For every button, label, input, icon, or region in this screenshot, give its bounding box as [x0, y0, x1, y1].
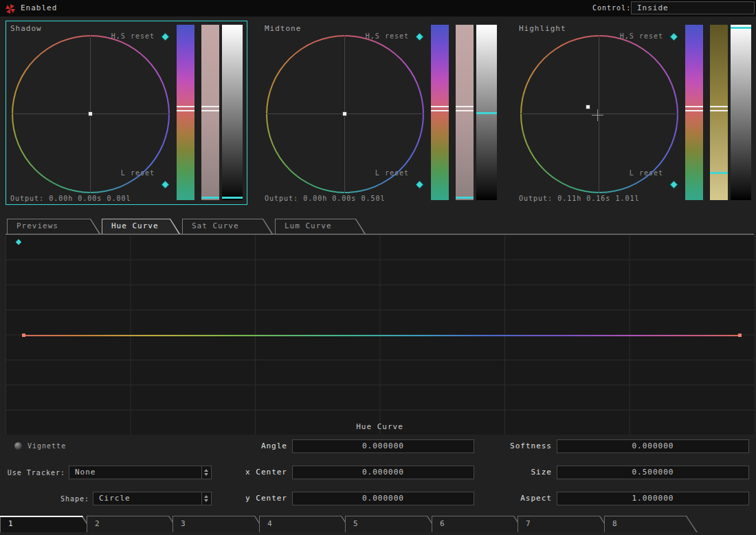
curve-caption: Hue Curve	[5, 422, 754, 431]
hue-bar-marker	[431, 110, 449, 111]
highlight-hs-reset-label: H,S reset	[620, 32, 663, 40]
highlight-l-reset-button[interactable]	[671, 182, 678, 188]
tab-face	[1, 517, 92, 532]
vignette-checkbox[interactable]	[14, 442, 22, 450]
shape-dropdown[interactable]: Circle	[93, 492, 212, 505]
midtone-hs-reset-label: H,S reset	[366, 32, 409, 40]
highlight-hs-reset-button[interactable]	[671, 34, 678, 41]
tab-label: 8	[612, 519, 618, 528]
curve-reset-diamond[interactable]	[16, 239, 21, 245]
tab-face	[432, 516, 524, 532]
tab-label: 7	[526, 519, 531, 528]
highlight-title: Highlight	[519, 24, 566, 33]
softness-label: Softness	[483, 441, 552, 450]
tab-lum-curve[interactable]: Lum Curve	[275, 219, 366, 234]
tab-previews[interactable]: Previews	[7, 219, 100, 234]
curve-handle-right[interactable]	[738, 334, 742, 337]
midtone-wheel-panel[interactable]: Midtone H,S reset L reset Output: 0.00h …	[260, 21, 502, 205]
highlight-hue-bar[interactable]	[685, 25, 703, 200]
page-tab-1[interactable]: 1	[0, 516, 93, 532]
angle-field[interactable]: 0.000000	[292, 439, 474, 453]
highlight-lum-bar[interactable]	[731, 25, 751, 200]
vignette-label: Vignette	[27, 442, 66, 450]
x-center-field[interactable]: 0.000000	[292, 466, 474, 479]
control-label: Control:	[592, 4, 631, 12]
shadow-output-readout: Output: 0.00h 0.00s 0.00l	[10, 195, 131, 202]
use-tracker-label: Use Tracker:	[0, 469, 65, 477]
tab-face	[605, 516, 696, 532]
page-tab-2[interactable]: 2	[87, 516, 180, 532]
tab-label: 2	[95, 519, 100, 528]
shadow-title: Shadow	[10, 24, 42, 33]
shadow-wheel-panel[interactable]: Shadow H,S reset L reset Output: 0.00h 0…	[5, 21, 247, 205]
hue-bar-marker	[685, 106, 703, 107]
page-tab-6[interactable]: 6	[432, 516, 525, 532]
tab-sat-curve[interactable]: Sat Curve	[182, 219, 273, 234]
sat-value-marker	[456, 197, 474, 199]
highlight-output-readout: Output: 0.11h 0.16s 1.01l	[519, 195, 640, 202]
shadow-l-reset-button[interactable]	[162, 182, 169, 188]
midtone-l-reset-label: L reset	[375, 169, 409, 177]
sat-bar-marker	[456, 106, 474, 107]
shape-label: Shape:	[0, 495, 89, 503]
sat-value-marker	[201, 197, 219, 199]
softness-field[interactable]: 0.000000	[557, 439, 749, 453]
midtone-title: Midtone	[265, 24, 301, 33]
enabled-checkbox-icon[interactable]	[5, 3, 15, 13]
size-field[interactable]: 0.500000	[557, 466, 749, 479]
aspect-field[interactable]: 1.000000	[557, 492, 749, 505]
page-tab-4[interactable]: 4	[259, 516, 353, 532]
tab-face	[173, 516, 265, 532]
hue-curve-editor[interactable]: Hue Curve	[5, 234, 754, 435]
tab-face	[518, 516, 610, 532]
shadow-sat-bar[interactable]	[201, 25, 219, 200]
lum-value-marker	[731, 27, 751, 29]
tab-label: Hue Curve	[111, 221, 159, 230]
highlight-wheel-panel[interactable]: Highlight H,S reset L reset Output: 0.11…	[514, 21, 756, 205]
midtone-hs-handle[interactable]	[343, 112, 346, 116]
sat-bar-marker	[710, 110, 728, 111]
shadow-hue-bar[interactable]	[177, 25, 194, 200]
use-tracker-dropdown[interactable]: None	[69, 466, 212, 479]
page-tab-8[interactable]: 8	[604, 516, 698, 532]
tab-label: Previews	[16, 221, 58, 230]
midtone-hue-bar[interactable]	[431, 25, 449, 200]
control-dropdown[interactable]: Inside	[631, 1, 755, 14]
tab-label: Sat Curve	[192, 221, 239, 230]
spinner-arrows-icon[interactable]	[201, 492, 211, 505]
shadow-l-reset-label: L reset	[121, 169, 155, 177]
tab-label: 1	[8, 519, 14, 528]
hue-bar-marker	[177, 110, 194, 111]
midtone-lum-bar[interactable]	[476, 25, 497, 200]
spinner-arrows-icon[interactable]	[201, 466, 211, 479]
sat-bar-marker	[710, 106, 728, 107]
highlight-hs-handle[interactable]	[586, 105, 590, 109]
sat-bar-marker	[201, 106, 219, 107]
midtone-l-reset-button[interactable]	[416, 182, 423, 188]
page-tab-5[interactable]: 5	[345, 516, 438, 532]
size-label: Size	[483, 468, 552, 477]
page-tab-7[interactable]: 7	[518, 516, 611, 532]
tab-label: 4	[267, 519, 273, 528]
midtone-hs-reset-button[interactable]	[416, 34, 423, 41]
page-tab-3[interactable]: 3	[173, 516, 266, 532]
curve-handle-left[interactable]	[22, 334, 25, 337]
lum-value-marker	[222, 197, 243, 199]
crosshair-v	[599, 35, 599, 193]
tab-hue-curve[interactable]: Hue Curve	[102, 219, 180, 234]
mouse-crosshair-cursor	[597, 109, 598, 121]
highlight-sat-bar[interactable]	[710, 25, 728, 200]
highlight-l-reset-label: L reset	[630, 169, 663, 177]
top-bar: Enabled Control: Inside	[0, 0, 756, 17]
y-center-field[interactable]: 0.000000	[292, 492, 474, 505]
tab-label: 6	[440, 519, 445, 528]
tab-face	[260, 516, 351, 532]
shadow-hs-handle[interactable]	[89, 112, 92, 116]
shadow-lum-bar[interactable]	[222, 25, 243, 200]
midtone-sat-bar[interactable]	[456, 25, 474, 200]
hue-curve-line[interactable]	[24, 335, 740, 336]
tab-label: 3	[181, 519, 186, 528]
tab-label: 5	[353, 519, 359, 528]
shape-value: Circle	[99, 494, 131, 503]
shadow-hs-reset-button[interactable]	[162, 34, 169, 41]
